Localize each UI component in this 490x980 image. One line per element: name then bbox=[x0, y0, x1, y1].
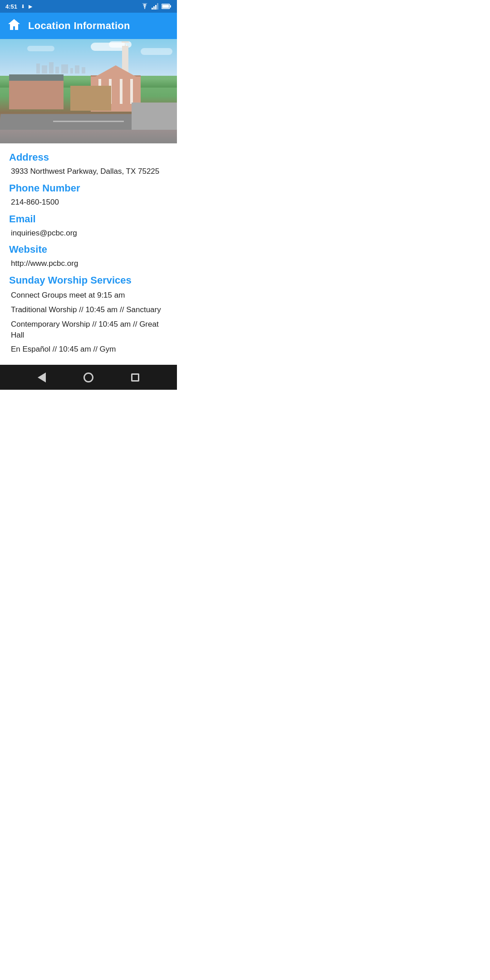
app-bar: Location Information bbox=[0, 13, 177, 39]
city-building-1 bbox=[36, 64, 40, 74]
city-building-5 bbox=[61, 64, 68, 74]
content-area: Address 3933 Northwest Parkway, Dallas, … bbox=[0, 143, 177, 365]
home-button[interactable] bbox=[78, 368, 98, 387]
cloud-4 bbox=[141, 48, 172, 55]
parking-area bbox=[132, 103, 177, 130]
address-value: 3933 Northwest Parkway, Dallas, TX 75225 bbox=[11, 166, 168, 177]
road-line bbox=[53, 121, 124, 122]
status-bar: 4:51 ⬇ ▶ bbox=[0, 0, 177, 13]
building-left bbox=[9, 80, 64, 109]
church-column-3 bbox=[120, 79, 122, 104]
church-column-4 bbox=[130, 79, 133, 104]
worship-value-1: Connect Groups meet at 9:15 am bbox=[11, 290, 168, 301]
recent-button[interactable] bbox=[125, 368, 145, 387]
building-mid bbox=[70, 86, 111, 111]
cityscape bbox=[0, 62, 177, 74]
address-section: Address 3933 Northwest Parkway, Dallas, … bbox=[9, 152, 168, 177]
back-button[interactable] bbox=[32, 368, 52, 387]
city-building-3 bbox=[49, 62, 54, 74]
email-value: inquiries@pcbc.org bbox=[11, 228, 168, 239]
worship-label: Sunday Worship Services bbox=[9, 274, 168, 286]
worship-value-4: En Español // 10:45 am // Gym bbox=[11, 344, 168, 355]
home-icon[interactable] bbox=[7, 18, 21, 34]
city-building-8 bbox=[82, 67, 85, 74]
svg-rect-2 bbox=[155, 5, 157, 10]
worship-section: Sunday Worship Services Connect Groups m… bbox=[9, 274, 168, 355]
steeple-cross bbox=[122, 41, 129, 43]
battery-icon bbox=[162, 4, 172, 9]
city-building-7 bbox=[75, 65, 79, 74]
app-bar-title: Location Information bbox=[28, 20, 130, 32]
address-label: Address bbox=[9, 152, 168, 163]
bottom-nav-bar bbox=[0, 365, 177, 390]
status-left: 4:51 ⬇ ▶ bbox=[5, 3, 32, 10]
worship-value-2: Traditional Worship // 10:45 am // Sanct… bbox=[11, 304, 168, 315]
city-building-6 bbox=[70, 68, 73, 74]
email-section: Email inquiries@pcbc.org bbox=[9, 213, 168, 239]
svg-rect-5 bbox=[162, 5, 169, 8]
city-building-2 bbox=[42, 65, 47, 74]
phone-section: Phone Number 214-860-1500 bbox=[9, 182, 168, 208]
svg-rect-6 bbox=[170, 5, 172, 8]
svg-rect-0 bbox=[152, 8, 153, 10]
status-time: 4:51 bbox=[5, 3, 17, 10]
website-label: Website bbox=[9, 244, 168, 255]
home-circle-icon bbox=[83, 372, 93, 382]
phone-value: 214-860-1500 bbox=[11, 197, 168, 208]
cloud-3 bbox=[27, 46, 54, 51]
hero-image bbox=[0, 39, 177, 143]
building-left-roof bbox=[9, 74, 64, 81]
church-pediment bbox=[95, 65, 136, 77]
website-section: Website http://www.pcbc.org bbox=[9, 244, 168, 269]
svg-rect-3 bbox=[157, 3, 158, 10]
recent-square-icon bbox=[131, 373, 139, 382]
wifi-icon bbox=[141, 3, 149, 10]
email-label: Email bbox=[9, 213, 168, 225]
city-building-4 bbox=[55, 67, 59, 74]
svg-rect-1 bbox=[153, 6, 155, 10]
worship-value-3: Contemporary Worship // 10:45 am // Grea… bbox=[11, 319, 168, 341]
phone-label: Phone Number bbox=[9, 182, 168, 194]
media-icon: ▶ bbox=[29, 4, 32, 10]
website-value: http://www.pcbc.org bbox=[11, 258, 168, 269]
back-triangle-icon bbox=[38, 372, 46, 382]
status-right bbox=[141, 3, 172, 10]
signal-icon bbox=[152, 3, 159, 10]
download-icon: ⬇ bbox=[21, 4, 25, 10]
